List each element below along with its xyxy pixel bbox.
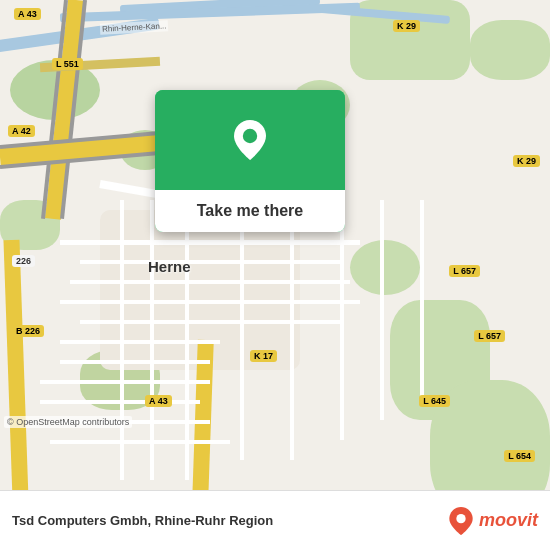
street-v [340,200,344,440]
road-label-l654: L 654 [504,450,535,462]
moovit-logo: moovit [447,507,538,535]
green-area [350,240,420,295]
moovit-brand-text: moovit [479,510,538,531]
street-v [240,200,244,460]
place-title: Tsd Computers Gmbh, Rhine-Ruhr Region [12,513,447,528]
green-area [470,20,550,80]
svg-point-1 [456,514,465,523]
road-label-l657-bot: L 657 [474,330,505,342]
street [80,260,340,264]
street-v [290,200,294,460]
street [50,440,230,444]
road-label-l657-top: L 657 [449,265,480,277]
map-attribution: © OpenStreetMap contributors [4,416,132,428]
road-label-b226: B 226 [12,325,44,337]
street [60,240,360,245]
street [60,340,220,344]
road-label-226: 226 [12,255,35,267]
street-v [150,200,154,480]
bottom-bar: Tsd Computers Gmbh, Rhine-Ruhr Region mo… [0,490,550,550]
street-v [380,200,384,420]
road-label-k17: K 17 [250,350,277,362]
bottom-text: Tsd Computers Gmbh, Rhine-Ruhr Region [12,513,447,528]
take-me-there-button[interactable]: Take me there [155,190,345,232]
popup-card: Take me there [155,90,345,232]
moovit-pin-icon [447,507,475,535]
road-label-k29-mid: K 29 [513,155,540,167]
popup-pin-area [155,90,345,190]
map-container: A 43 A 42 A 42 L 551 K 29 K 29 226 B 226… [0,0,550,490]
street [60,300,360,304]
road-label-k29-top: K 29 [393,20,420,32]
svg-point-0 [243,129,257,143]
road-label-l645: L 645 [419,395,450,407]
road-label-a43-bot: A 43 [145,395,172,407]
road-label-a42-left: A 42 [8,125,35,137]
road-label-a43: A 43 [14,8,41,20]
location-pin-icon [230,120,270,160]
city-name: Herne [148,258,191,275]
street [80,320,340,324]
road-label-l551: L 551 [52,58,83,70]
street [70,280,350,284]
street-v [120,200,124,480]
street-v [420,200,424,400]
street-v [185,200,189,480]
